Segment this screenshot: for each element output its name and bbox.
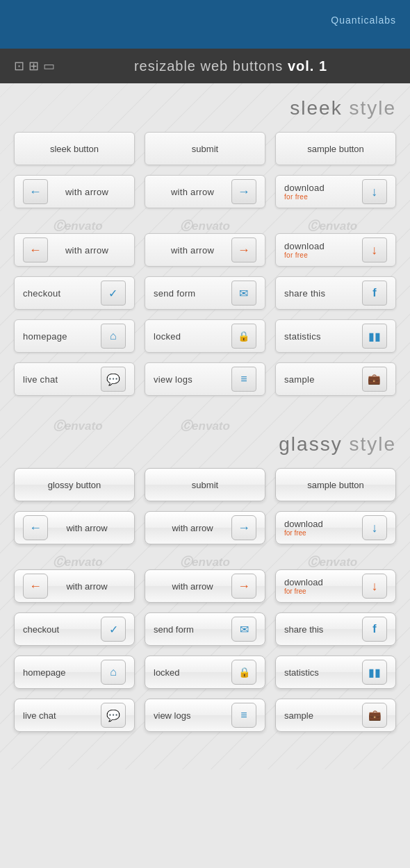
glassy-statistics-label: statistics <box>284 667 362 678</box>
resize-icon: ⊡ <box>14 58 24 74</box>
glassy-download-blue[interactable]: download for free ↓ <box>275 511 396 544</box>
glassy-submit[interactable]: submit <box>145 468 265 501</box>
wm1: Ⓒenvato <box>14 218 141 234</box>
arrow-left-orange-box: ← <box>23 237 48 262</box>
lock-icon: 🔒 <box>238 331 249 342</box>
glassy-send-form[interactable]: send form ✉ <box>145 612 265 646</box>
wm-g3: Ⓒenvato <box>269 554 396 570</box>
glassy-arrow-left-blue[interactable]: ← with arrow <box>14 511 135 544</box>
wm-mid-2: Ⓒenvato <box>141 418 268 434</box>
with-arrow-left-blue-1[interactable]: ← with arrow <box>14 175 135 208</box>
glassy-download-blue-icon: ↓ <box>372 521 378 535</box>
homepage-label: homepage <box>23 331 101 342</box>
view-logs-label: view logs <box>154 374 231 385</box>
glassy-locked-box: 🔒 <box>231 660 256 685</box>
glassy-homepage[interactable]: homepage ⌂ <box>14 656 135 689</box>
glassy-arrow-left-box: ← <box>23 515 48 540</box>
statistics-label: statistics <box>284 331 362 342</box>
glassy-briefcase-icon: 💼 <box>368 709 382 721</box>
sample-btn-6[interactable]: sample 💼 <box>275 362 396 396</box>
glassy-download-orange[interactable]: download for free ↓ <box>275 569 396 603</box>
with-arrow-orange-label1: with arrow <box>48 245 126 256</box>
statistics-icon-box: ▮▮ <box>362 324 387 349</box>
view-logs-button[interactable]: view logs ≡ <box>145 362 265 396</box>
facebook-icon: f <box>372 287 377 299</box>
glassy-arrow-right-box: → <box>231 515 256 540</box>
glassy-arrow-right-orange[interactable]: with arrow → <box>145 569 265 603</box>
send-form-button[interactable]: send form ✉ <box>145 276 265 310</box>
sample-button[interactable]: sample button <box>275 132 396 165</box>
glassy-sample[interactable]: sample button <box>275 468 396 501</box>
with-arrow-label2: with arrow <box>154 187 231 197</box>
glassy-sample-last-label: sample <box>284 710 362 721</box>
glassy-sample-last[interactable]: sample 💼 <box>275 699 396 732</box>
logo-text: Quantica <box>331 15 375 26</box>
submit-label: submit <box>192 144 218 154</box>
checkout-button[interactable]: checkout ✓ <box>14 276 135 310</box>
glassy-chat-icon: 💬 <box>106 709 120 722</box>
statistics-button[interactable]: statistics ▮▮ <box>275 319 396 353</box>
wm2: Ⓒenvato <box>141 218 268 234</box>
download-orange-text: download for free <box>284 241 325 259</box>
sleek-button[interactable]: sleek button <box>14 132 135 165</box>
watermark-glassy-row: Ⓒenvato Ⓒenvato Ⓒenvato <box>14 554 396 567</box>
glassy-arrow-left-orange-icon: ← <box>29 579 42 594</box>
sub-header-icons: ⊡ ⊞ ▭ <box>14 58 55 74</box>
locked-button[interactable]: locked 🔒 <box>145 319 265 353</box>
content: sleek style sleek button submit sample b… <box>0 83 410 769</box>
watermark-row-1: Ⓒenvato Ⓒenvato Ⓒenvato <box>14 218 396 231</box>
glassy-arrow-right-orange-icon: → <box>238 579 250 594</box>
glossy-button[interactable]: glossy button <box>14 468 135 501</box>
sleek-row-4: checkout ✓ send form ✉ share this f <box>14 276 396 310</box>
glassy-sample-box: 💼 <box>362 703 387 728</box>
download-free-blue-1[interactable]: download for free ↓ <box>275 175 396 208</box>
submit-button[interactable]: submit <box>145 132 265 165</box>
with-arrow-right-blue-1[interactable]: with arrow → <box>145 175 265 208</box>
glassy-share-this[interactable]: share this f <box>275 612 396 646</box>
glassy-home-icon: ⌂ <box>110 666 117 678</box>
chart-icon: ▮▮ <box>368 330 382 343</box>
glassy-statistics[interactable]: statistics ▮▮ <box>275 656 396 689</box>
sleek-button-label: sleek button <box>50 144 99 154</box>
with-arrow-left-orange-1[interactable]: ← with arrow <box>14 233 135 267</box>
glassy-chat-box: 💬 <box>101 703 126 728</box>
glassy-checkout[interactable]: checkout ✓ <box>14 612 135 646</box>
locked-label: locked <box>154 331 231 342</box>
glassy-logs-box: ≡ <box>231 703 256 728</box>
download-free-orange-1[interactable]: download for free ↓ <box>275 233 396 267</box>
sleek-style-label: sleek style <box>14 97 396 119</box>
glassy-live-chat[interactable]: live chat 💬 <box>14 699 135 732</box>
glassy-arrow-left-orange-box: ← <box>23 574 48 599</box>
glassy-view-logs[interactable]: view logs ≡ <box>145 699 265 732</box>
glassy-checkout-label: checkout <box>23 624 101 635</box>
sleek-row-6: live chat 💬 view logs ≡ sample 💼 <box>14 362 396 396</box>
live-chat-button[interactable]: live chat 💬 <box>14 362 135 396</box>
resize-icon2: ⊞ <box>28 58 39 74</box>
resize-icon3: ▭ <box>43 58 55 74</box>
view-logs-icon-box: ≡ <box>231 367 256 392</box>
briefcase-icon: 💼 <box>368 373 381 385</box>
share-this-button[interactable]: share this f <box>275 276 396 310</box>
share-this-label: share this <box>284 288 362 299</box>
glassy-row-5: homepage ⌂ locked 🔒 statistics ▮▮ <box>14 656 396 689</box>
download-orange-icon-box: ↓ <box>362 237 387 262</box>
glassy-locked-label: locked <box>154 667 231 678</box>
glassy-locked[interactable]: locked 🔒 <box>145 656 265 689</box>
sleek-row-3: ← with arrow with arrow → download for f… <box>14 233 396 267</box>
glassy-download-orange-box: ↓ <box>362 574 387 599</box>
with-arrow-orange-label2: with arrow <box>154 245 231 256</box>
download-blue-icon: ↓ <box>371 185 377 199</box>
logo: Quanticalabs <box>331 12 396 37</box>
header: Quanticalabs <box>0 0 410 49</box>
glassy-arrow-left-icon: ← <box>29 521 42 535</box>
homepage-button[interactable]: homepage ⌂ <box>14 319 135 353</box>
download-text: download for free <box>284 183 325 201</box>
with-arrow-right-orange-1[interactable]: with arrow → <box>145 233 265 267</box>
glassy-arrow-left-orange[interactable]: ← with arrow <box>14 569 135 603</box>
arrow-left-icon: ← <box>29 185 42 199</box>
glassy-sample-label: sample button <box>307 480 364 490</box>
glassy-arrow-right-blue[interactable]: with arrow → <box>145 511 265 544</box>
arrow-right-icon: → <box>238 185 250 199</box>
glassy-chart-icon: ▮▮ <box>368 666 381 679</box>
checkmark-icon: ✓ <box>108 287 117 300</box>
